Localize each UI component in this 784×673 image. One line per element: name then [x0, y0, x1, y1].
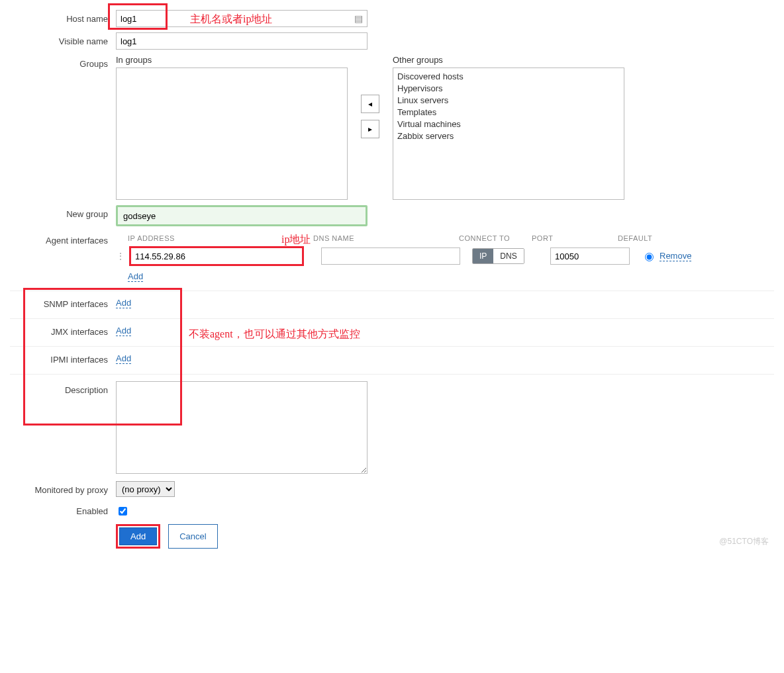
add-button[interactable]: Add: [119, 527, 157, 545]
proxy-label: Monitored by proxy: [10, 481, 116, 495]
description-textarea[interactable]: [116, 381, 368, 474]
new-group-label: New group: [10, 205, 116, 219]
other-groups-listbox[interactable]: Discovered hosts Hypervisors Linux serve…: [393, 67, 624, 200]
list-item[interactable]: Zabbix servers: [397, 130, 620, 142]
proxy-select[interactable]: (no proxy): [116, 481, 175, 497]
jmx-add-link[interactable]: Add: [116, 326, 131, 336]
ipmi-interfaces-label: IPMI interfaces: [10, 351, 116, 365]
agent-dns-input[interactable]: [321, 247, 460, 265]
move-right-button[interactable]: ▸: [361, 120, 379, 138]
autocomplete-icon: ▤: [350, 13, 367, 24]
agent-add-link[interactable]: Add: [128, 271, 143, 282]
list-item[interactable]: Discovered hosts: [397, 71, 620, 83]
cancel-button[interactable]: Cancel: [168, 524, 217, 549]
new-group-input[interactable]: [116, 205, 368, 226]
move-left-button[interactable]: ◂: [361, 95, 379, 113]
drag-handle-icon[interactable]: ⋮⋮: [116, 251, 125, 261]
list-item[interactable]: Hypervisors: [397, 83, 620, 95]
connect-to-ip[interactable]: IP: [473, 249, 493, 263]
col-ip-address: IP ADDRESS: [128, 234, 313, 242]
col-connect-to: CONNECT TO: [459, 234, 532, 242]
enabled-label: Enabled: [10, 502, 116, 516]
list-item[interactable]: Virtual machines: [397, 118, 620, 130]
agent-interfaces-label: Agent interfaces: [10, 232, 116, 246]
agent-remove-link[interactable]: Remove: [660, 251, 691, 261]
watermark: @51CTO博客: [719, 536, 769, 547]
jmx-interfaces-label: JMX interfaces: [10, 323, 116, 337]
visible-name-input[interactable]: [116, 32, 368, 50]
other-groups-title: Other groups: [393, 55, 624, 65]
enabled-checkbox[interactable]: [119, 507, 127, 516]
list-item[interactable]: Templates: [397, 107, 620, 118]
agent-port-input[interactable]: [550, 247, 630, 265]
snmp-interfaces-label: SNMP interfaces: [10, 295, 116, 309]
description-label: Description: [10, 381, 116, 395]
snmp-add-link[interactable]: Add: [116, 298, 131, 308]
agent-default-radio[interactable]: [645, 253, 654, 261]
host-name-label: Host name: [10, 10, 116, 24]
ipmi-add-link[interactable]: Add: [116, 353, 131, 364]
in-groups-listbox[interactable]: [116, 67, 348, 200]
connect-to-dns[interactable]: DNS: [493, 249, 523, 263]
host-name-field[interactable]: ▤: [116, 10, 368, 27]
agent-ip-input[interactable]: [130, 247, 303, 265]
connect-to-toggle[interactable]: IP DNS: [472, 248, 524, 264]
col-dns-name: DNS NAME: [313, 234, 459, 242]
col-default: DEFAULT: [618, 234, 691, 242]
col-port: PORT: [532, 234, 618, 242]
in-groups-title: In groups: [116, 55, 348, 65]
visible-name-label: Visible name: [10, 32, 116, 46]
groups-label: Groups: [10, 55, 116, 69]
host-name-input[interactable]: [117, 11, 350, 26]
list-item[interactable]: Linux servers: [397, 95, 620, 107]
